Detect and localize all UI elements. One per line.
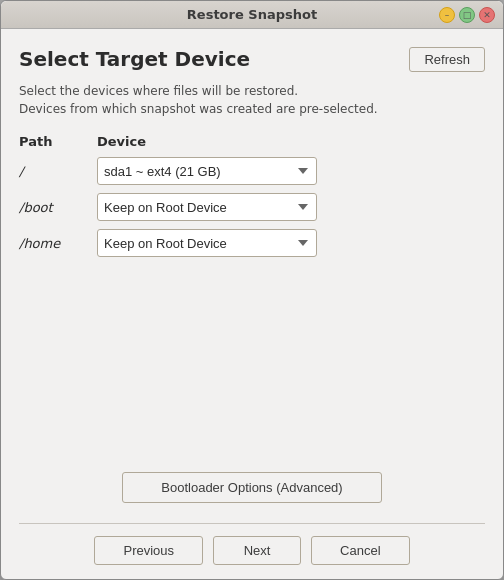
device-select-boot[interactable]: Keep on Root Device	[97, 193, 317, 221]
next-button[interactable]: Next	[213, 536, 301, 565]
close-icon: ✕	[483, 10, 491, 20]
titlebar-controls: – □ ✕	[439, 7, 495, 23]
header-row: Select Target Device Refresh	[19, 47, 485, 72]
path-boot: /boot	[19, 200, 89, 215]
previous-button[interactable]: Previous	[94, 536, 203, 565]
window-title: Restore Snapshot	[187, 7, 317, 22]
minimize-button[interactable]: –	[439, 7, 455, 23]
page-title: Select Target Device	[19, 47, 250, 71]
close-button[interactable]: ✕	[479, 7, 495, 23]
description-line1: Select the devices where files will be r…	[19, 84, 298, 98]
device-select-home[interactable]: Keep on Root Device	[97, 229, 317, 257]
bootloader-options-button[interactable]: Bootloader Options (Advanced)	[122, 472, 382, 503]
footer-buttons: Previous Next Cancel	[19, 536, 485, 565]
path-root: /	[19, 164, 89, 179]
description-line2: Devices from which snapshot was created …	[19, 102, 378, 116]
maximize-button[interactable]: □	[459, 7, 475, 23]
path-home: /home	[19, 236, 89, 251]
titlebar: Restore Snapshot – □ ✕	[1, 1, 503, 29]
footer-divider	[19, 523, 485, 524]
refresh-button[interactable]: Refresh	[409, 47, 485, 72]
maximize-icon: □	[463, 10, 472, 20]
cancel-button[interactable]: Cancel	[311, 536, 409, 565]
description: Select the devices where files will be r…	[19, 82, 485, 118]
device-column-header: Device	[97, 134, 485, 149]
device-table: Path Device / sda1 ~ ext4 (21 GB) /boot …	[19, 134, 485, 257]
path-column-header: Path	[19, 134, 89, 149]
window: Restore Snapshot – □ ✕ Select Target Dev…	[0, 0, 504, 580]
device-select-root[interactable]: sda1 ~ ext4 (21 GB)	[97, 157, 317, 185]
minimize-icon: –	[445, 10, 450, 20]
bootloader-row: Bootloader Options (Advanced)	[19, 472, 485, 503]
content-area: Select Target Device Refresh Select the …	[1, 29, 503, 579]
